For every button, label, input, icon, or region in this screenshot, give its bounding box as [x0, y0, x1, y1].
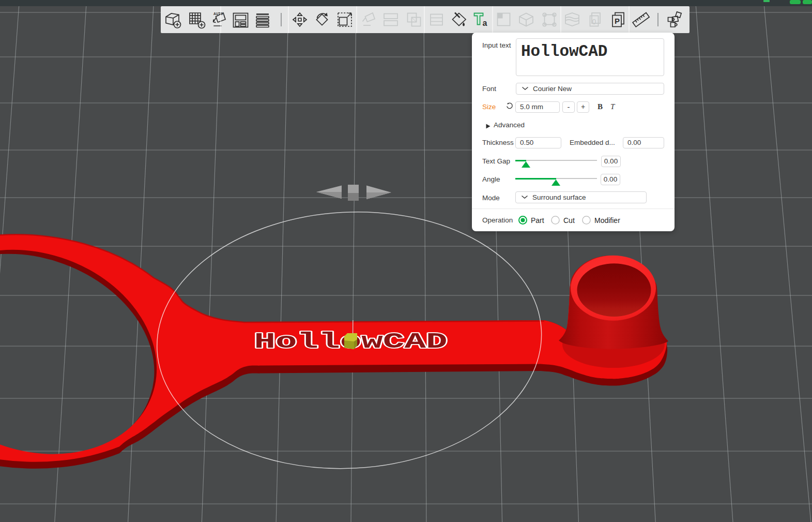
svg-text:AUTO: AUTO: [213, 12, 223, 16]
svg-text:0: 0: [592, 18, 596, 26]
svg-text:P: P: [615, 17, 620, 25]
svg-text:a: a: [483, 19, 487, 27]
